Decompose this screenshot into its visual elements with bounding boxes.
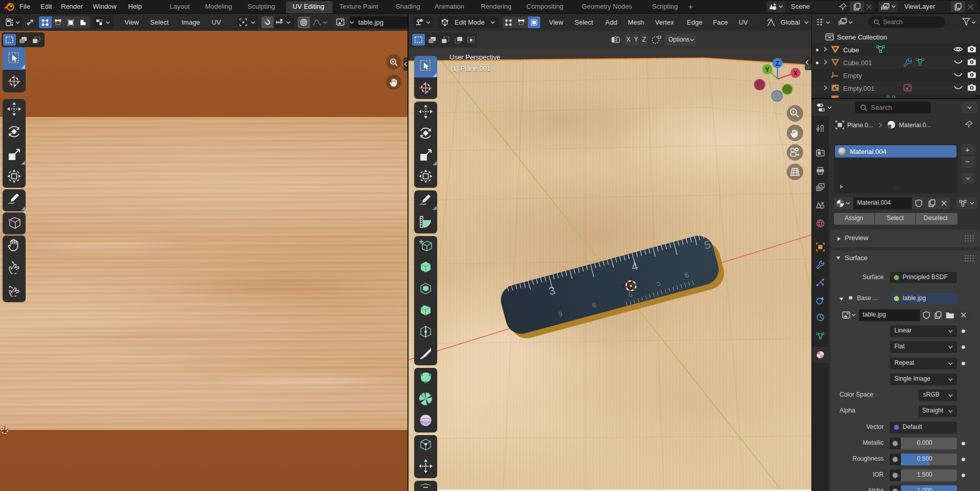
svg-text:X: X <box>793 70 798 77</box>
svg-text:Y: Y <box>765 66 769 73</box>
svg-text:Z: Z <box>775 60 779 67</box>
